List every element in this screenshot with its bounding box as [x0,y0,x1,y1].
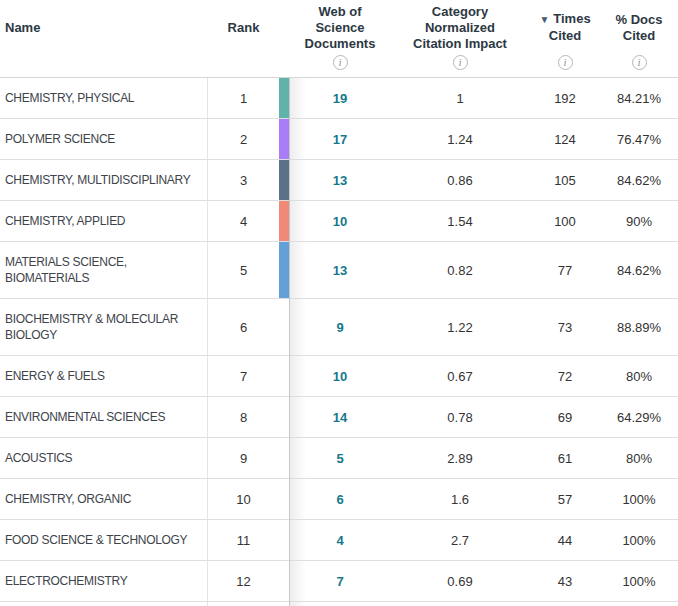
cnci-cell: 2.89 [390,438,530,478]
wos-documents-link[interactable]: 13 [333,263,347,278]
times-cited-cell: 124 [530,119,600,159]
wos-documents-link[interactable]: 14 [333,410,347,425]
wos-documents-link[interactable]: 7 [336,574,343,589]
category-name-cell: BIOCHEMISTRY & MOLECULAR BIOLOGY [0,299,208,355]
rank-value: 3 [240,173,247,188]
times-cited-cell: 44 [530,520,600,560]
category-color-bar [279,242,290,298]
pct-docs-cited-value: 80% [626,451,652,466]
cnci-value: 0.86 [447,173,472,188]
category-name-cell: CHEMISTRY, APPLIED [0,201,208,241]
cnci-value: 1.54 [447,214,472,229]
category-color-bar [279,561,290,601]
table-body: CHEMISTRY, PHYSICAL 1 19 1 192 84.21% PO… [0,78,678,602]
pct-docs-cited-cell: 64.29% [600,397,678,437]
category-name-cell: ACOUSTICS [0,438,208,478]
category-name: ELECTROCHEMISTRY [5,573,127,589]
cnci-cell: 2.7 [390,520,530,560]
table-row: CHEMISTRY, APPLIED 4 10 1.54 100 90% [0,201,678,242]
info-icon[interactable]: i [453,55,468,70]
wos-documents-link[interactable]: 17 [333,132,347,147]
column-header-cnci[interactable]: Category Normalized Citation Impact i [390,0,530,77]
cnci-value: 1 [456,91,463,106]
rank-cell: 6 [208,299,279,355]
pct-docs-cited-cell: 100% [600,520,678,560]
category-color-bar [279,119,290,159]
times-cited-cell: 61 [530,438,600,478]
category-color-bar [279,356,290,396]
times-cited-value: 100 [554,214,576,229]
table-row: ENVIRONMENTAL SCIENCES 8 14 0.78 69 64.2… [0,397,678,438]
wos-documents-link[interactable]: 10 [333,214,347,229]
wos-documents-link[interactable]: 4 [336,533,343,548]
table-row: CHEMISTRY, ORGANIC 10 6 1.6 57 100% [0,479,678,520]
table-row: POLYMER SCIENCE 2 17 1.24 124 76.47% [0,119,678,160]
column-header-pct-docs-cited[interactable]: % Docs Cited i [600,0,678,77]
table-header: Name Rank Web of Science Documents i Cat… [0,0,678,78]
times-cited-cell: 72 [530,356,600,396]
pct-docs-cited-value: 64.29% [617,410,661,425]
pct-docs-cited-cell: 80% [600,438,678,478]
wos-documents-link[interactable]: 10 [333,369,347,384]
times-cited-cell: 43 [530,561,600,601]
category-name-cell: CHEMISTRY, MULTIDISCIPLINARY [0,160,208,200]
pct-docs-cited-value: 84.21% [617,91,661,106]
cnci-cell: 0.86 [390,160,530,200]
category-name-cell: ELECTROCHEMISTRY [0,561,208,601]
rank-value: 2 [240,132,247,147]
info-icon[interactable]: i [632,55,647,70]
times-cited-cell: 100 [530,201,600,241]
wos-documents-cell: 7 [290,561,390,601]
rank-cell: 9 [208,438,279,478]
cnci-value: 2.7 [451,533,469,548]
wos-documents-link[interactable]: 19 [333,91,347,106]
rank-cell: 8 [208,397,279,437]
pct-docs-cited-value: 100% [622,492,655,507]
research-categories-table: Name Rank Web of Science Documents i Cat… [0,0,678,606]
times-cited-value: 72 [558,369,572,384]
rank-value: 5 [240,263,247,278]
column-header-rank[interactable]: Rank [208,0,279,77]
wos-documents-cell: 10 [290,356,390,396]
column-header-times-cited[interactable]: ▼Times Cited i [530,0,600,77]
times-cited-value: 105 [554,173,576,188]
category-color-bar [279,479,290,519]
wos-documents-cell: 4 [290,520,390,560]
category-name: CHEMISTRY, ORGANIC [5,491,131,507]
rank-cell: 1 [208,78,279,118]
info-icon[interactable]: i [558,55,573,70]
times-cited-value: 43 [558,574,572,589]
info-icon[interactable]: i [333,55,348,70]
wos-documents-link[interactable]: 13 [333,173,347,188]
column-label-times-cited: ▼Times Cited [530,11,600,44]
column-label-pct-docs-cited: % Docs Cited [613,12,665,44]
wos-documents-link[interactable]: 9 [336,320,343,335]
category-color-bar [279,201,290,241]
category-name: ENVIRONMENTAL SCIENCES [5,409,165,425]
category-name: ACOUSTICS [5,450,72,466]
wos-documents-cell: 17 [290,119,390,159]
category-color-bar [279,78,290,118]
column-label-name: Name [5,20,40,36]
column-label-rank: Rank [228,20,260,36]
rank-value: 4 [240,214,247,229]
pct-docs-cited-value: 76.47% [617,132,661,147]
column-header-name[interactable]: Name [0,0,208,77]
category-name-cell: MATERIALS SCIENCE, BIOMATERIALS [0,242,208,298]
pct-docs-cited-value: 80% [626,369,652,384]
column-header-wos-documents[interactable]: Web of Science Documents i [290,0,390,77]
category-name: CHEMISTRY, APPLIED [5,213,125,229]
table-row-partial [0,602,678,606]
pct-docs-cited-cell: 100% [600,479,678,519]
wos-documents-link[interactable]: 5 [336,451,343,466]
rank-cell: 3 [208,160,279,200]
rank-cell: 5 [208,242,279,298]
table-row: ELECTROCHEMISTRY 12 7 0.69 43 100% [0,561,678,602]
rank-value: 11 [237,533,251,548]
wos-documents-link[interactable]: 6 [336,492,343,507]
cnci-cell: 0.67 [390,356,530,396]
cnci-cell: 0.82 [390,242,530,298]
cnci-cell: 0.78 [390,397,530,437]
pct-docs-cited-value: 90% [626,214,652,229]
category-name-cell: ENERGY & FUELS [0,356,208,396]
